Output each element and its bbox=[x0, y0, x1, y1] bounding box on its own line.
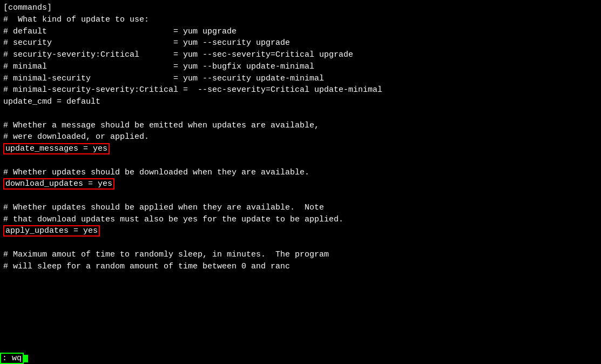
terminal-window: [commands]# What kind of update to use:#… bbox=[0, 0, 601, 364]
code-line: # minimal = yum --bugfix update-minimal bbox=[3, 61, 598, 73]
code-line: # minimal-security-severity:Critical = -… bbox=[3, 84, 598, 96]
code-line bbox=[3, 155, 598, 167]
highlighted-setting: apply_updates = yes bbox=[3, 225, 100, 237]
vim-command: : wq bbox=[0, 353, 24, 364]
code-line: # default = yum upgrade bbox=[3, 26, 598, 38]
highlighted-setting: download_updates = yes bbox=[3, 178, 114, 190]
code-line: # What kind of update to use: bbox=[3, 14, 598, 26]
command-bar: : wq bbox=[0, 353, 601, 364]
code-line: # security = yum --security upgrade bbox=[3, 37, 598, 49]
code-line: update_messages = yes bbox=[3, 143, 598, 155]
code-line: download_updates = yes bbox=[3, 178, 598, 190]
highlighted-setting: update_messages = yes bbox=[3, 143, 110, 154]
code-line: # were downloaded, or applied. bbox=[3, 131, 598, 143]
code-line bbox=[3, 237, 598, 249]
code-line: # Whether a message should be emitted wh… bbox=[3, 120, 598, 132]
code-line: # Maximum amout of time to randomly slee… bbox=[3, 249, 598, 261]
code-line: apply_updates = yes bbox=[3, 225, 598, 237]
code-line: # will sleep for a random amount of time… bbox=[3, 261, 598, 273]
code-line bbox=[3, 108, 598, 120]
code-content: [commands]# What kind of update to use:#… bbox=[3, 2, 598, 272]
code-line bbox=[3, 190, 598, 202]
code-line: update_cmd = default bbox=[3, 96, 598, 108]
code-line: # Whether updates should be applied when… bbox=[3, 202, 598, 214]
code-line: [commands] bbox=[3, 2, 598, 14]
code-line: # Whether updates should be downloaded w… bbox=[3, 167, 598, 179]
code-line: # security-severity:Critical = yum --sec… bbox=[3, 49, 598, 61]
code-line: # that download updates must also be yes… bbox=[3, 214, 598, 226]
cursor-block bbox=[24, 355, 28, 362]
code-line: # minimal-security = yum --security upda… bbox=[3, 73, 598, 85]
